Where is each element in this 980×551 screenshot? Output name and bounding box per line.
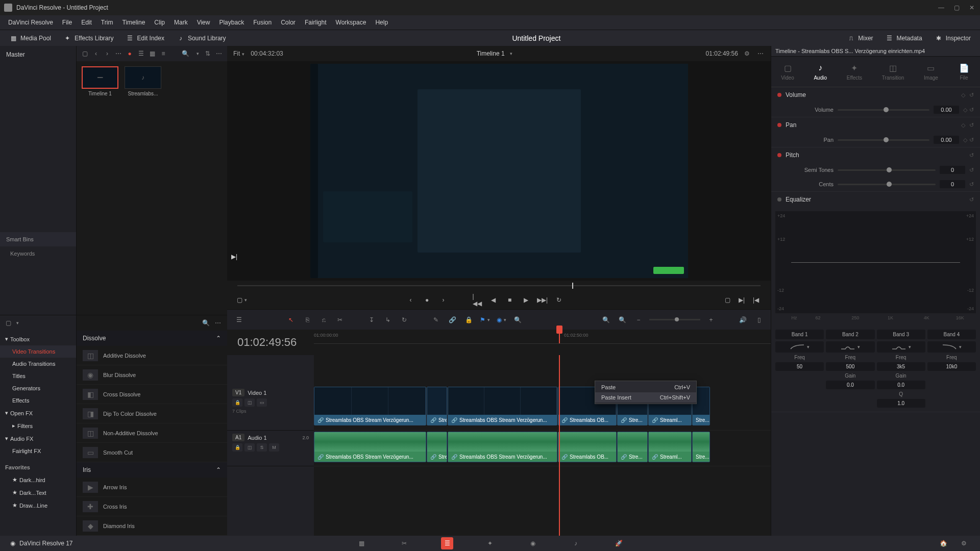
ctx-paste[interactable]: PasteCtrl+V <box>595 382 696 392</box>
reset-icon[interactable] <box>969 181 974 188</box>
audio-clip[interactable]: 🔗Stre... <box>427 432 447 462</box>
last-frame-button[interactable]: ▶▶| <box>538 295 547 305</box>
next-clip-icon[interactable]: ▶| <box>737 295 746 305</box>
semitones-value[interactable]: 0 <box>940 166 965 174</box>
nav-back-icon[interactable]: ‹ <box>92 50 100 57</box>
prev-clip-icon[interactable]: |◀ <box>751 295 761 305</box>
fit-dropdown[interactable]: Fit <box>233 50 244 57</box>
audio-clip[interactable]: 🔗Streaml... <box>648 432 692 462</box>
edit-index-button[interactable]: ☰ Edit Index <box>121 32 169 44</box>
tab-video[interactable]: ▢Video <box>777 61 798 83</box>
options-icon[interactable]: ⋯ <box>215 50 223 57</box>
project-settings-icon[interactable]: ⚙ <box>958 537 970 549</box>
band-shape-dropdown[interactable] <box>826 341 874 353</box>
razor-icon[interactable]: ✎ <box>430 314 442 325</box>
reset-icon[interactable] <box>969 167 974 173</box>
fav-item-3[interactable]: ★Draw...Line <box>0 499 76 512</box>
track-header-a1[interactable]: A1Audio 12.0 🔒◫SM <box>227 431 314 466</box>
semitones-slider[interactable] <box>838 169 936 171</box>
cents-value[interactable]: 0 <box>940 180 965 188</box>
freq-input[interactable]: 3k5 <box>877 362 925 371</box>
cut-page-tab[interactable]: ✂ <box>398 537 410 549</box>
audio-clip[interactable]: 🔗Streamlabs OB... <box>558 432 617 462</box>
media-pool-button[interactable]: ▦ Media Pool <box>4 32 56 44</box>
band-shape-dropdown[interactable] <box>927 341 976 353</box>
fav-item-2[interactable]: ★Dark...Text <box>0 486 76 499</box>
enable-dot[interactable] <box>777 93 781 97</box>
keyframe-icon[interactable] <box>961 91 965 98</box>
list-view-icon[interactable]: ☰ <box>137 50 145 57</box>
minimize-button[interactable]: — <box>937 4 945 12</box>
tab-transition[interactable]: ◫Transition <box>878 61 909 83</box>
playhead[interactable] <box>559 330 560 343</box>
viewer-mode-icon[interactable]: ▢ <box>237 295 247 305</box>
selection-tool[interactable]: ↖ <box>285 314 297 325</box>
record-icon[interactable]: ● <box>126 50 134 57</box>
effect-arrow-iris[interactable]: ▶Arrow Iris <box>77 478 227 497</box>
mark-icon[interactable]: ● <box>423 295 432 305</box>
lock-track-button[interactable]: 🔒 <box>232 398 242 407</box>
menu-davinci[interactable]: DaVinci Resolve <box>4 15 57 30</box>
next-edit-icon[interactable]: › <box>439 295 448 305</box>
tree-toolbox[interactable]: ▾Toolbox <box>0 333 76 345</box>
edit-page-tab[interactable]: ☰ <box>441 537 453 549</box>
timeline-playhead[interactable] <box>559 355 560 536</box>
viewer-timeline-selector[interactable]: Timeline 1 <box>477 50 512 57</box>
first-frame-button[interactable]: |◀◀ <box>473 295 482 305</box>
menu-playback[interactable]: Playback <box>215 15 248 30</box>
reset-icon[interactable] <box>969 196 974 203</box>
fav-item-1[interactable]: ★Dark...hird <box>0 473 76 486</box>
keyframe-icon[interactable] <box>963 107 967 113</box>
timeline-view-icon[interactable]: ☰ <box>233 314 244 325</box>
tree-titles[interactable]: Titles <box>0 370 76 382</box>
home-icon[interactable]: 🏠 <box>937 537 949 549</box>
effect-cross-dissolve[interactable]: ◧Cross Dissolve <box>77 385 227 404</box>
effect-cross-iris[interactable]: ✚Cross Iris <box>77 497 227 516</box>
link-icon[interactable]: 🔗 <box>447 314 458 325</box>
audio-clip[interactable]: Stre... <box>692 432 710 462</box>
effects-library-button[interactable]: ✦ Effects Library <box>58 32 118 44</box>
meter-icon[interactable]: ▯ <box>753 314 765 325</box>
disable-track-button[interactable]: ▭ <box>257 398 267 407</box>
menu-view[interactable]: View <box>193 15 214 30</box>
viewer-gear-icon[interactable]: ⚙ <box>743 50 751 57</box>
menu-fusion[interactable]: Fusion <box>249 15 276 30</box>
viewer-scrubber[interactable] <box>227 281 771 291</box>
zoom-search-icon[interactable]: 🔍 <box>600 314 611 325</box>
filter-icon[interactable]: ⇅ <box>204 50 212 57</box>
menu-help[interactable]: Help <box>371 15 392 30</box>
menu-color[interactable]: Color <box>277 15 300 30</box>
inspector-button[interactable]: ✱ Inspector <box>929 32 976 44</box>
more-icon[interactable]: ⋯ <box>114 50 122 57</box>
tree-audiofx[interactable]: ▾Audio FX <box>0 432 76 445</box>
eq-section-header[interactable]: Equalizer <box>771 192 980 207</box>
scrubber-playhead[interactable] <box>572 283 573 289</box>
pan-slider[interactable] <box>838 139 929 141</box>
menu-edit[interactable]: Edit <box>77 15 96 30</box>
thumb-view-icon[interactable]: ▦ <box>148 50 156 57</box>
effect-dip-to-color[interactable]: ◨Dip To Color Dissolve <box>77 404 227 423</box>
auto-select-button[interactable]: ◫ <box>244 398 255 407</box>
effect-smooth-cut[interactable]: ▭Smooth Cut <box>77 443 227 462</box>
thumbnail-timeline1[interactable]: ━━ Timeline 1 <box>82 66 118 96</box>
audio-track-lane[interactable]: 🔗Streamlabs OBS Stream Verzögerun... 🔗St… <box>314 431 771 466</box>
tab-file[interactable]: 📄File <box>954 61 974 83</box>
gain-input[interactable]: 0.0 <box>826 381 874 389</box>
zoom-minus[interactable]: − <box>633 314 644 325</box>
media-page-tab[interactable]: ▦ <box>355 537 368 549</box>
search-timeline-icon[interactable]: 🔍 <box>512 314 523 325</box>
nav-fwd-icon[interactable]: › <box>103 50 111 57</box>
freq-input[interactable]: 500 <box>826 362 874 371</box>
strip-view-icon[interactable]: ≡ <box>159 50 167 57</box>
search-icon[interactable]: 🔍 <box>181 50 189 57</box>
tree-filters[interactable]: ▸Filters <box>0 419 76 432</box>
skip-forward-icon[interactable]: ▶| <box>231 253 237 260</box>
reset-icon[interactable] <box>969 107 974 113</box>
ctx-paste-insert[interactable]: Paste InsertCtrl+Shift+V <box>595 392 696 403</box>
tree-openfx[interactable]: ▾Open FX <box>0 407 76 419</box>
reset-icon[interactable] <box>969 152 974 159</box>
band-shape-dropdown[interactable] <box>877 341 925 353</box>
keyframe-icon[interactable] <box>963 137 967 143</box>
trim-tool[interactable]: ⎘ <box>302 314 313 325</box>
volume-section-header[interactable]: Volume <box>771 87 980 103</box>
